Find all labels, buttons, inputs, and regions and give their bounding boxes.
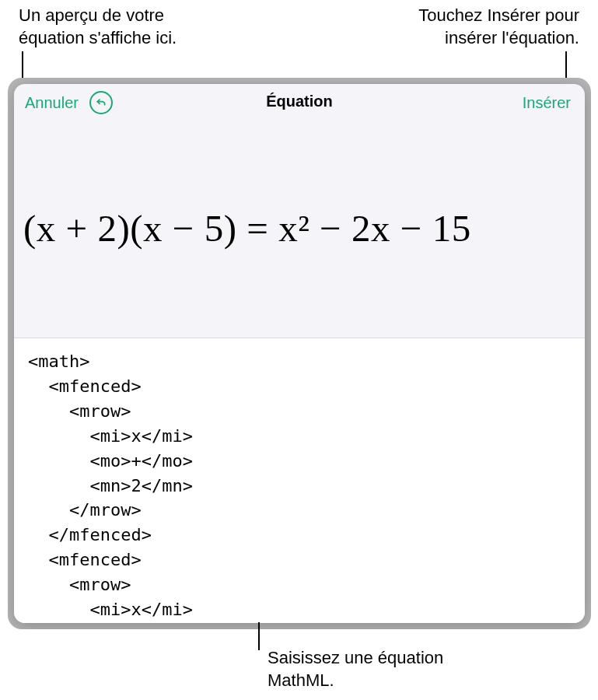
dialog-header: Annuler Équation Insérer	[14, 84, 585, 118]
callout-text: équation s'affiche ici.	[19, 27, 177, 50]
callout-text: Touchez Insérer pour	[418, 5, 579, 27]
device-frame: Annuler Équation Insérer (x + 2)(x − 5) …	[8, 78, 591, 629]
callout-text: Saisissez une équation	[268, 647, 443, 670]
dialog-title: Équation	[266, 93, 333, 110]
undo-icon[interactable]	[89, 91, 113, 114]
cancel-button[interactable]: Annuler	[25, 94, 79, 112]
callout-text: Un aperçu de votre	[19, 5, 177, 27]
callout-text: MathML.	[268, 670, 443, 692]
callout-insert: Touchez Insérer pour insérer l'équation.	[418, 5, 579, 49]
callout-preview: Un aperçu de votre équation s'affiche ic…	[19, 5, 177, 49]
leader-line	[258, 622, 260, 650]
insert-button[interactable]: Insérer	[523, 94, 571, 112]
equation-dialog: Annuler Équation Insérer (x + 2)(x − 5) …	[14, 84, 585, 623]
header-left-group: Annuler	[25, 84, 113, 121]
equation-preview-area: (x + 2)(x − 5) = x² − 2x − 15	[14, 118, 585, 338]
equation-preview: (x + 2)(x − 5) = x² − 2x − 15	[23, 206, 471, 250]
header-right-group: Insérer	[523, 84, 571, 121]
mathml-input[interactable]: <math> <mfenced> <mrow> <mi>x</mi> <mo>+…	[14, 338, 585, 623]
callout-mathml: Saisissez une équation MathML.	[268, 647, 443, 691]
callout-text: insérer l'équation.	[418, 27, 579, 50]
